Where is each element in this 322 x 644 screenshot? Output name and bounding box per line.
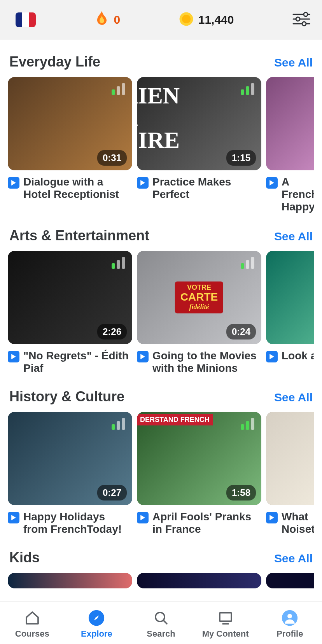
card-row[interactable] [8, 573, 314, 588]
video-duration: 1:58 [226, 485, 256, 500]
video-title: What Noiset [282, 511, 314, 536]
section-title: Arts & Entertainment [9, 228, 149, 244]
nav-courses[interactable]: Courses [3, 609, 61, 639]
difficulty-icon [241, 83, 254, 95]
monitor-icon [217, 609, 234, 626]
play-icon [137, 177, 149, 189]
header-bar: 0 11,440 [0, 0, 322, 40]
search-icon [152, 609, 170, 626]
nav-search[interactable]: Search [132, 609, 190, 639]
section-title: History & Culture [9, 388, 124, 405]
play-icon [137, 512, 149, 523]
fire-icon [94, 11, 109, 29]
video-card[interactable] [8, 573, 132, 588]
difficulty-icon [241, 257, 254, 269]
section-title: Everyday Life [9, 54, 100, 70]
see-all-link[interactable]: See All [274, 552, 313, 565]
section-history-culture: History & Culture See All 0:27 Happy Hol… [0, 374, 322, 536]
nav-label: Search [147, 629, 175, 639]
play-icon [266, 177, 278, 189]
play-icon [266, 512, 278, 523]
play-icon [266, 351, 278, 362]
svg-line-10 [164, 620, 167, 623]
svg-point-7 [302, 22, 306, 26]
svg-rect-11 [220, 612, 231, 621]
play-icon [8, 351, 19, 362]
video-card[interactable]: What Noiset [266, 412, 314, 536]
video-title: April Fools' Pranks in France [152, 511, 261, 536]
see-all-link[interactable]: See All [274, 56, 313, 69]
section-title: Kids [9, 550, 40, 566]
card-row[interactable]: 0:27 Happy Holidays from FrenchToday! DE… [8, 412, 314, 536]
video-card[interactable]: DERSTAND FRENCH LES FARCEDU 1ER AVRILFRA… [137, 412, 261, 536]
difficulty-icon [112, 83, 125, 95]
video-title: Look a [282, 350, 314, 362]
video-title: "No Regrets" - Édith Piaf [23, 350, 132, 374]
video-title: Practice Makes Perfect [152, 176, 261, 201]
svg-point-1 [182, 15, 191, 23]
bottom-nav: Courses Explore Search My Content [0, 601, 322, 644]
difficulty-icon [241, 418, 254, 430]
video-duration: 0:31 [97, 150, 127, 166]
nav-label: Explore [81, 629, 112, 639]
difficulty-icon [112, 257, 125, 269]
section-everyday-life: Everyday Life See All 0:31 Dialogue with… [0, 40, 322, 214]
video-duration: 2:26 [97, 324, 127, 340]
streak-count: 0 [114, 13, 121, 26]
coin-count: 11,440 [198, 13, 234, 26]
see-all-link[interactable]: See All [274, 391, 313, 404]
section-arts-entertainment: Arts & Entertainment See All 2:26 "No Re… [0, 214, 322, 374]
video-card[interactable]: 2:26 "No Regrets" - Édith Piaf [8, 251, 132, 374]
video-duration: 1:15 [226, 150, 256, 166]
svg-point-14 [287, 614, 292, 618]
profile-icon [281, 609, 298, 626]
video-duration: 0:27 [97, 485, 127, 500]
coin-indicator[interactable]: 11,440 [179, 12, 234, 28]
video-card[interactable]: VOTRECARTEfidélité 0:24 Going to the Mov… [137, 251, 261, 374]
video-card[interactable]: A French Happy [266, 77, 314, 214]
sliders-icon [292, 21, 310, 28]
compass-icon [88, 609, 105, 626]
svg-point-3 [304, 12, 308, 16]
video-title: A French Happy [282, 176, 314, 214]
nav-explore[interactable]: Explore [67, 609, 126, 639]
video-title: Happy Holidays from FrenchToday! [23, 511, 132, 536]
card-row[interactable]: 0:31 Dialogue with a Hotel Receptionist … [8, 77, 314, 214]
difficulty-icon [112, 418, 125, 430]
section-kids: Kids See All [0, 536, 322, 588]
settings-button[interactable] [292, 11, 310, 28]
nav-profile[interactable]: Profile [261, 609, 319, 639]
nav-label: My Content [202, 629, 249, 639]
home-icon [24, 609, 41, 626]
video-card[interactable]: Look a [266, 251, 314, 374]
coin-icon [179, 12, 194, 28]
video-card[interactable] [266, 573, 314, 588]
language-flag-button[interactable] [16, 12, 36, 27]
play-icon [8, 177, 19, 189]
svg-point-5 [296, 17, 300, 21]
nav-label: Courses [15, 629, 49, 639]
video-duration: 0:24 [226, 324, 256, 340]
video-card[interactable]: 0:27 Happy Holidays from FrenchToday! [8, 412, 132, 536]
play-icon [137, 351, 149, 362]
see-all-link[interactable]: See All [274, 230, 313, 243]
nav-label: Profile [276, 629, 303, 639]
streak-indicator[interactable]: 0 [94, 11, 121, 29]
card-row[interactable]: 2:26 "No Regrets" - Édith Piaf VOTRECART… [8, 251, 314, 374]
video-title: Going to the Movies with the Minions [152, 350, 261, 374]
nav-my-content[interactable]: My Content [196, 609, 255, 639]
video-title: Dialogue with a Hotel Receptionist [23, 176, 132, 201]
video-card[interactable]: RIENÀDIRE 1:15 Practice Makes Perfect [137, 77, 261, 214]
play-icon [8, 512, 19, 523]
video-card[interactable]: 0:31 Dialogue with a Hotel Receptionist [8, 77, 132, 214]
video-card[interactable] [137, 573, 261, 588]
